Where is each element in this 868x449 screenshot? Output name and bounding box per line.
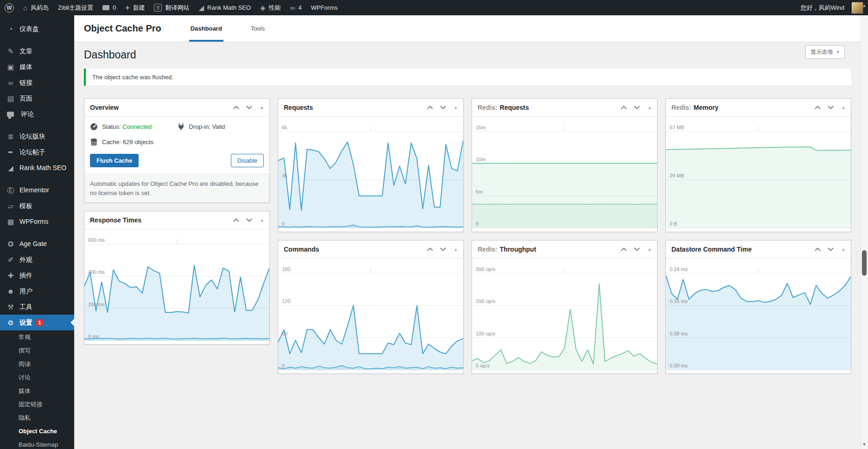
sidebar-subitem-baidu-sitemap[interactable]: Baidu-Sitemap [0,438,74,449]
sidebar-item-label: 模板 [19,202,32,210]
sidebar-item-elementor[interactable]: ⒺElementor [0,182,74,198]
collapse-triangle-icon[interactable]: ▲ [648,247,651,252]
panel-redis-requests-header: Redis:Requests▲ [472,99,657,117]
move-down-icon[interactable] [246,218,253,222]
collapse-triangle-icon[interactable]: ▲ [842,106,845,110]
disable-button[interactable]: Disable [231,154,264,167]
dashboard-grid: Overview ▲ Status: Connected Drop-in: Va… [84,98,851,374]
admin-bar-item-zibll主题设置[interactable]: Zibll主题设置 [53,0,98,15]
flush-cache-button[interactable]: Flush Cache [90,154,139,167]
media-icon: ▣ [6,63,16,70]
move-up-icon[interactable] [814,247,821,252]
sidebar-subitem-常规[interactable]: 常规 [0,330,74,344]
move-up-icon[interactable] [620,247,627,252]
dropin-label: Drop-in: [189,123,211,130]
panel-datastore-command-time-header: Datastore Command Time▲ [666,240,851,259]
grid-column-4: Redis:Memory▲57 MB29 MB0 BDatastore Comm… [665,98,851,374]
collapse-triangle-icon[interactable]: ▲ [454,106,458,110]
panel-title: Memory [694,104,719,111]
panel-controls: ▲ [814,105,845,110]
sidebar-item-仪表盘[interactable]: ◔仪表盘 [0,21,74,37]
sidebar-item-插件[interactable]: ✚插件 [0,267,74,283]
screen-options-button[interactable]: 显示选项 ▼ [805,45,845,59]
sidebar-item-文章[interactable]: ✎文章 [0,43,74,59]
rank-math-icon: ◢ [6,164,16,171]
scrollbar-up-icon[interactable]: ▲ [861,3,868,8]
move-up-icon[interactable] [814,105,821,110]
sidebar-item-label: 外观 [19,255,32,264]
admin-bar-item-翻译网站[interactable]: 文翻译网站 [149,0,194,15]
sidebar-item-链接[interactable]: ∞链接 [0,75,74,90]
sidebar-subitem-object-cache[interactable]: Object Cache [0,424,74,438]
move-down-icon[interactable] [440,247,447,252]
y-axis-label: 0.24 ms [670,266,688,272]
collapse-triangle-icon[interactable]: ▲ [260,218,264,222]
page-title: Dashboard [84,42,851,64]
sidebar-item-评论[interactable]: 评论 [0,106,74,122]
sidebar-subitem-固定链接[interactable]: 固定链接 [0,398,74,411]
collapse-triangle-icon[interactable]: ▲ [454,247,458,252]
admin-bar-item-风屿岛[interactable]: ⌂风屿岛 [19,0,53,15]
sidebar-item-论坛帖子[interactable]: ✒论坛帖子 [0,144,74,160]
scrollbar-track[interactable] [861,15,868,449]
move-down-icon[interactable] [246,105,253,110]
sidebar-item-设置[interactable]: ⚙设置1 [0,315,74,330]
sidebar-item-wpforms[interactable]: ▦WPForms [0,214,74,229]
overview-body: Status: Connected Drop-in: Valid Cache: … [84,117,269,174]
collapse-triangle-icon[interactable]: ▲ [842,247,845,252]
sidebar-subitem-讨论[interactable]: 讨论 [0,371,74,384]
dropin-value: Valid [212,123,225,130]
status-value: Connected [122,123,152,130]
admin-bar-account[interactable]: 您好，风屿Wind [796,0,868,15]
y-axis-label: 0 [476,221,479,227]
panel-controls: ▲ [620,105,651,110]
admin-bar-item-0[interactable]: 0 [98,0,121,15]
admin-bar-item-logo[interactable]: W [0,0,19,15]
sidebar-item-用户[interactable]: ☻用户 [0,283,74,299]
y-axis-label: 200 op/s [476,298,495,304]
sidebar-item-模板[interactable]: ▱模板 [0,198,74,214]
move-up-icon[interactable] [427,105,434,110]
sidebar-subitem-阅读[interactable]: 阅读 [0,357,74,371]
sidebar-item-页面[interactable]: ▤页面 [0,90,74,106]
move-down-icon[interactable] [633,247,640,252]
tab-tools[interactable]: Tools [249,15,266,42]
y-axis-label: 200 ms [88,302,105,307]
sidebar-subitem-隐私[interactable]: 隐私 [0,411,74,424]
move-down-icon[interactable] [633,105,640,110]
sidebar-item-论坛版块[interactable]: ≣论坛版块 [0,128,74,144]
y-axis-label: 0 ms [88,334,99,339]
sidebar-subitem-媒体[interactable]: 媒体 [0,384,74,398]
overview-buttons: Flush Cache Disable [90,154,264,167]
admin-bar-item-label: Rank Math SEO [207,4,251,11]
collapse-triangle-icon[interactable]: ▲ [648,106,651,110]
sidebar-item-rank-math-seo[interactable]: ◢Rank Math SEO [0,160,74,176]
panel-controls: ▲ [233,218,264,222]
sidebar-item-媒体[interactable]: ▣媒体 [0,59,74,75]
move-down-icon[interactable] [827,247,834,252]
panel-title: Response Times [90,216,141,224]
scrollbar-down-icon[interactable]: ▼ [861,442,868,447]
panel-response-times: Response Times▲600 ms400 ms200 ms0 ms [84,211,270,345]
move-down-icon[interactable] [827,105,834,110]
move-down-icon[interactable] [440,105,447,110]
move-up-icon[interactable] [233,218,240,222]
panel-overview: Overview ▲ Status: Connected Drop-in: Va… [84,98,270,203]
move-up-icon[interactable] [233,105,240,110]
sidebar-item-外观[interactable]: ✐外观 [0,252,74,267]
scrollbar-thumb[interactable] [862,250,867,276]
sidebar-subitem-撰写[interactable]: 撰写 [0,344,74,357]
tab-dashboard[interactable]: Dashboard [189,15,223,42]
admin-bar-item-rank-math-seo[interactable]: ◢Rank Math SEO [194,0,255,15]
sidebar-item-工具[interactable]: ⚒工具 [0,299,74,315]
move-up-icon[interactable] [620,105,627,110]
admin-bar-item-4[interactable]: ∞4 [286,0,306,15]
tools-icon: ⚒ [6,304,16,310]
y-axis-label: 60 [282,331,287,336]
sidebar-item-age-gate[interactable]: ✪Age Gate [0,236,74,252]
admin-bar-item-新建[interactable]: +新建 [121,0,149,15]
admin-bar-item-wpforms[interactable]: WPForms [306,0,342,15]
admin-bar-item-性能[interactable]: ◈性能 [255,0,286,15]
move-up-icon[interactable] [427,247,434,252]
collapse-triangle-icon[interactable]: ▲ [260,106,264,110]
